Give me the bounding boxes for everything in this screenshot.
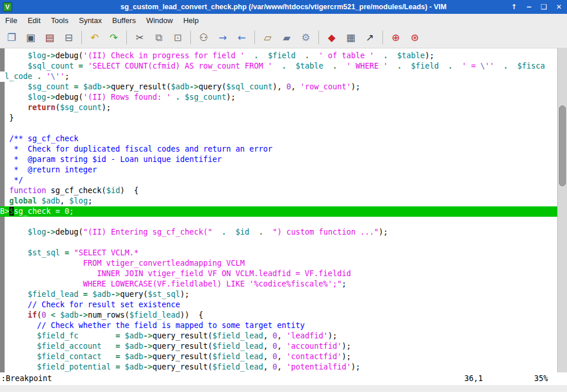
code-line: * @return integer: [0, 165, 557, 175]
code-line: $sql_count = 'SELECT COUNT(cfmid) AS row…: [0, 61, 557, 71]
code-line: // Check whether the field is mapped to …: [0, 321, 557, 331]
print-icon[interactable]: ⊟: [62, 31, 76, 44]
menu-edit[interactable]: Edit: [22, 14, 46, 27]
cut-icon[interactable]: ✂: [133, 31, 147, 44]
sign-column: [0, 82, 5, 206]
code-line: $field_contact = $adb->query_result($fie…: [0, 352, 557, 362]
toolbar-separator: [254, 31, 255, 44]
save-file-icon[interactable]: ▣: [24, 31, 37, 44]
code-line: $field_fc = $adb->query_result($field_le…: [0, 331, 557, 341]
close-button[interactable]: ✕: [554, 3, 564, 11]
code-line: $sg_count = $adb->query_result($adb->que…: [0, 82, 557, 92]
code-line: global $adb, $log;: [0, 196, 557, 206]
run-script-icon[interactable]: ⚙: [299, 31, 313, 44]
restore-button[interactable]: ❏: [539, 3, 549, 11]
code-line: $log->debug("(II) Entering sg_cf_check("…: [0, 227, 557, 238]
code-line: // Check for result set existence: [0, 300, 557, 310]
code-line: $log->debug('(II) Check in progress for …: [0, 51, 557, 61]
code-line: WHERE LOWERCASE(VF.fieldlabel) LIKE '%co…: [0, 279, 557, 289]
last-command: :Breakpoint: [1, 372, 52, 385]
code-line: return($sg_count);: [0, 103, 557, 113]
menu-window[interactable]: Window: [141, 14, 178, 27]
save-all-icon[interactable]: ▤: [43, 31, 57, 44]
code-line: $field_potential = $adb->query_result($f…: [0, 362, 557, 372]
code-line: [0, 238, 557, 248]
menubar: FileEditToolsSyntaxBuffersWindowHelp: [0, 14, 567, 27]
code-line: INNER JOIN vtiger_field VF ON VCLM.leadf…: [0, 269, 557, 279]
toolbar-separator: [81, 31, 82, 44]
code-line: function sg_cf_check($id) {: [0, 186, 557, 196]
toolbar-separator: [126, 31, 127, 44]
code-line: */: [0, 175, 557, 186]
code-line: [0, 217, 557, 227]
menu-syntax[interactable]: Syntax: [74, 14, 107, 27]
copy-icon[interactable]: ⧉: [152, 31, 166, 44]
command-line: :Breakpoint 36,1 35%: [0, 372, 567, 385]
vertical-scrollbar[interactable]: [557, 48, 567, 372]
tag-jump-icon[interactable]: ↗: [363, 31, 377, 44]
window-bottom-border: [0, 385, 567, 392]
redo-icon[interactable]: ↷: [107, 31, 121, 44]
find-next-icon[interactable]: →: [216, 31, 230, 44]
code-line: * Check for duplicated fiscal codes and …: [0, 144, 557, 154]
code-line: $field_account = $adb->query_result($fie…: [0, 341, 557, 352]
toolbar-separator: [318, 31, 319, 44]
code-line: $log->debug('(II) Rows found: ' . $sg_co…: [0, 92, 557, 103]
window-controls: ↑−❏✕: [509, 0, 564, 14]
code-line: }: [0, 113, 557, 123]
sign-column: [0, 217, 5, 372]
make-icon[interactable]: ◆: [325, 31, 339, 44]
minimize-button[interactable]: −: [524, 3, 534, 11]
help-icon[interactable]: ⊕: [389, 31, 403, 44]
code-line: if(0 < $adb->num_rows($field_lead)) {: [0, 310, 557, 321]
menu-buffers[interactable]: Buffers: [107, 14, 141, 27]
code-line: * @param string $id - Loan unique identi…: [0, 154, 557, 165]
find-replace-icon[interactable]: ⚇: [197, 31, 211, 44]
find-help-icon[interactable]: ⊛: [408, 31, 422, 44]
scroll-percentage: 35%: [534, 372, 548, 385]
paste-icon[interactable]: ⊡: [171, 31, 185, 44]
menu-help[interactable]: Help: [178, 14, 204, 27]
menu-file[interactable]: File: [0, 14, 22, 27]
code-line: $field_lead = $adb->query($st_sql);: [0, 289, 557, 300]
titlebar: V sg_custom_lead_convert_check.php (/var…: [0, 0, 567, 14]
code-editor[interactable]: $log->debug('(II) Check in progress for …: [0, 48, 557, 372]
code-line: FROM vtiger_convertleadmapping VCLM: [0, 258, 557, 269]
code-line: $st_sql = "SELECT VCLM.*: [0, 248, 557, 258]
window-title: sg_custom_lead_convert_check.php (/var/w…: [0, 3, 567, 11]
breakpoint-sign: B>: [0, 207, 9, 216]
load-session-icon[interactable]: ▱: [261, 31, 275, 44]
text-cursor: $: [9, 207, 14, 216]
vim-window: V sg_custom_lead_convert_check.php (/var…: [0, 0, 567, 392]
toolbar-separator: [382, 31, 383, 44]
menu-tools[interactable]: Tools: [46, 14, 73, 27]
shade-button[interactable]: ↑: [509, 3, 519, 11]
code-line: l_code . '\'';: [0, 71, 557, 82]
code-line: [0, 123, 557, 134]
code-line: /** sg_cf_check: [0, 134, 557, 144]
save-session-icon[interactable]: ▰: [280, 31, 294, 44]
scrollbar-thumb[interactable]: [559, 105, 566, 186]
breakpoint-current-line: B>$sg_check = 0;: [0, 206, 557, 217]
toolbar-separator: [190, 31, 191, 44]
undo-icon[interactable]: ↶: [88, 31, 102, 44]
build-tags-icon[interactable]: ▦: [344, 31, 358, 44]
find-prev-icon[interactable]: ←: [235, 31, 249, 44]
toolbar: ❐▣▤⊟↶↷✂⧉⊡⚇→←▱▰⚙◆▦↗⊕⊛: [0, 27, 567, 48]
open-file-icon[interactable]: ❐: [5, 31, 18, 44]
cursor-position: 36,1: [464, 372, 483, 385]
sign-column: [0, 48, 5, 71]
